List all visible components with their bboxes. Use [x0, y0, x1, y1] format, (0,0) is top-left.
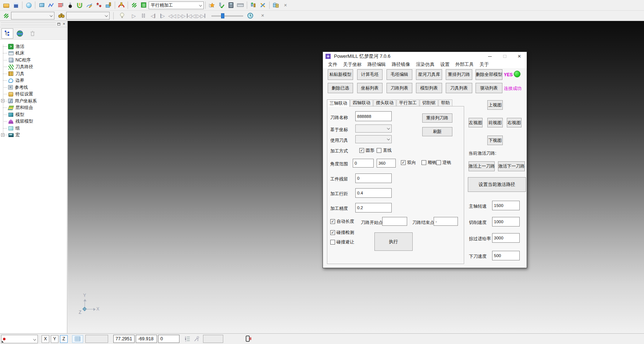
rewind-icon[interactable]: ◁◁: [167, 11, 177, 20]
line-mode-option[interactable]: 直线: [377, 147, 392, 154]
view-left-button[interactable]: 左视图: [469, 118, 483, 127]
set-active-path-button[interactable]: 设置当前激活路径: [468, 177, 526, 192]
pane-header[interactable]: ✕: [0, 21, 67, 27]
menu-path-mirror[interactable]: 路径镜像: [389, 62, 413, 68]
tab-4axis[interactable]: 四轴联动: [350, 99, 373, 106]
tab-3axis[interactable]: 三轴联动: [327, 99, 350, 107]
tool-library-button[interactable]: 星河刀具库: [416, 69, 442, 80]
pane-close-icon[interactable]: ✕: [62, 22, 66, 26]
bidirectional-checkbox[interactable]: [401, 160, 406, 165]
calc-block-button[interactable]: 计算毛坯: [357, 69, 383, 80]
block-edit-button[interactable]: 毛坯编辑: [387, 69, 412, 80]
menu-path-edit[interactable]: 路径编辑: [364, 62, 389, 68]
calculator-icon[interactable]: [226, 1, 236, 10]
save-icon[interactable]: [11, 1, 21, 10]
pause-icon[interactable]: [139, 11, 148, 20]
spindle-speed-input[interactable]: 1500: [492, 201, 520, 210]
view-front-button[interactable]: 前视图: [487, 118, 503, 127]
auto-length-checkbox[interactable]: [330, 219, 335, 224]
strategy-combo[interactable]: 平行精加工: [149, 1, 204, 9]
curve-editor-icon[interactable]: [85, 1, 94, 10]
start-point-input[interactable]: [382, 217, 407, 226]
activate-next-toolpath-button[interactable]: 激活下一刀路: [498, 161, 525, 171]
conventional-checkbox[interactable]: [436, 160, 441, 165]
device-pause-icon[interactable]: [245, 336, 251, 342]
calculator-ball-icon[interactable]: [24, 1, 33, 10]
tab-parallel[interactable]: 平行加工: [396, 99, 419, 106]
collision-avoid-checkbox[interactable]: [330, 240, 335, 245]
sim-toolpath-combo[interactable]: [11, 12, 54, 20]
tolerance-field[interactable]: [203, 335, 223, 343]
expand-icon[interactable]: +: [1, 133, 4, 137]
rapid-feed-input[interactable]: 3000: [492, 233, 520, 243]
tree-item-machine[interactable]: 机床: [0, 50, 67, 57]
toolbar-close-icon[interactable]: ✕: [258, 11, 267, 20]
tree-item-boundaries[interactable]: 边界: [0, 77, 67, 84]
stock-block-icon[interactable]: [37, 1, 46, 10]
tool-list-button[interactable]: 刀具列表: [446, 83, 472, 93]
paste-model-button[interactable]: 粘贴新模型: [328, 69, 353, 80]
pane-float-icon[interactable]: [57, 22, 61, 26]
play-icon[interactable]: ▷: [129, 11, 139, 20]
stock-remain-input[interactable]: 0: [355, 173, 392, 183]
tree-item-toolpaths[interactable]: 刀具路径: [0, 64, 67, 71]
model-list-button[interactable]: 模型列表: [416, 83, 442, 93]
rearrange-button[interactable]: 重排列刀路: [422, 113, 452, 123]
slider-thumb[interactable]: [221, 13, 224, 18]
tab-help[interactable]: 帮助: [438, 99, 452, 106]
grid-size-field[interactable]: [85, 335, 108, 343]
collision-check-icon[interactable]: [75, 1, 85, 10]
toolpath-name-input[interactable]: 888888: [355, 111, 392, 121]
tab-saw[interactable]: 切割锯: [420, 99, 438, 106]
axis-y-button[interactable]: Y: [51, 335, 58, 343]
end-point-input[interactable]: -: [434, 217, 458, 226]
grid-toggle-icon[interactable]: [72, 335, 83, 343]
close-button[interactable]: ✕: [512, 52, 527, 61]
plunge-feed-input[interactable]: 500: [492, 251, 520, 260]
view-right-button[interactable]: 右视图: [507, 118, 522, 127]
block-tool-icon[interactable]: [104, 1, 113, 10]
ball-tool-icon[interactable]: [65, 1, 75, 10]
delete-all-models-button[interactable]: 删除全部模型: [476, 69, 502, 80]
tree-item-models[interactable]: 模型: [0, 111, 67, 118]
maximize-button[interactable]: [497, 52, 512, 61]
view-bottom-button[interactable]: 下视图: [487, 136, 503, 145]
go-end-icon[interactable]: ▷▷: [196, 11, 206, 20]
go-start-icon[interactable]: ◁◁: [186, 11, 196, 20]
menu-external-tools[interactable]: 外部工具: [452, 62, 477, 68]
toolpath-star-icon[interactable]: [207, 1, 217, 10]
delete-selected-button[interactable]: 删除已选: [328, 83, 353, 93]
tree-item-macros[interactable]: + 宏: [0, 132, 67, 139]
step-back-icon[interactable]: ◁: [148, 11, 158, 20]
sim-tool-combo[interactable]: [66, 12, 110, 20]
xyz-list-icon[interactable]: [185, 336, 191, 342]
step-forward-icon[interactable]: ▷: [158, 11, 167, 20]
tab-swivel-head[interactable]: 摆头联动: [373, 99, 396, 106]
collision-avoid-option[interactable]: 碰撞避让: [330, 239, 354, 245]
circle-checkbox[interactable]: [359, 148, 364, 153]
collision-check-checkbox[interactable]: [330, 230, 335, 235]
coord-list-button[interactable]: 坐标列表: [357, 83, 383, 93]
toolpath-list-button[interactable]: 刀路列表: [387, 83, 412, 93]
pattern-icon[interactable]: [94, 1, 104, 10]
tree-item-feature-sets[interactable]: 特征设置: [0, 91, 67, 98]
bulb-icon[interactable]: [117, 11, 127, 20]
expand-icon[interactable]: +: [1, 99, 4, 102]
execute-button[interactable]: 执行: [374, 232, 413, 251]
tab-world-view[interactable]: [14, 28, 26, 39]
view-top-button[interactable]: 上视图: [487, 100, 503, 110]
use-tool-combo[interactable]: [355, 135, 392, 143]
tree-item-levels-sets[interactable]: 层和组合: [0, 105, 67, 112]
menu-about[interactable]: 关于: [477, 62, 492, 68]
tool-adjust-icon[interactable]: [249, 1, 258, 10]
tree-item-groups[interactable]: 组: [0, 125, 67, 132]
fast-forward-icon[interactable]: ▷▷: [177, 11, 186, 20]
clock-icon[interactable]: [245, 11, 255, 20]
axis-x-button[interactable]: X: [42, 335, 49, 343]
base-coord-combo[interactable]: [355, 124, 392, 133]
strategy-list-icon[interactable]: [139, 1, 149, 10]
minimize-button[interactable]: [483, 52, 497, 61]
speed-slider[interactable]: [211, 13, 243, 18]
tree-item-workplanes[interactable]: + ╱ 用户坐标系: [0, 98, 67, 105]
menu-coords[interactable]: 关于坐标: [340, 62, 364, 68]
